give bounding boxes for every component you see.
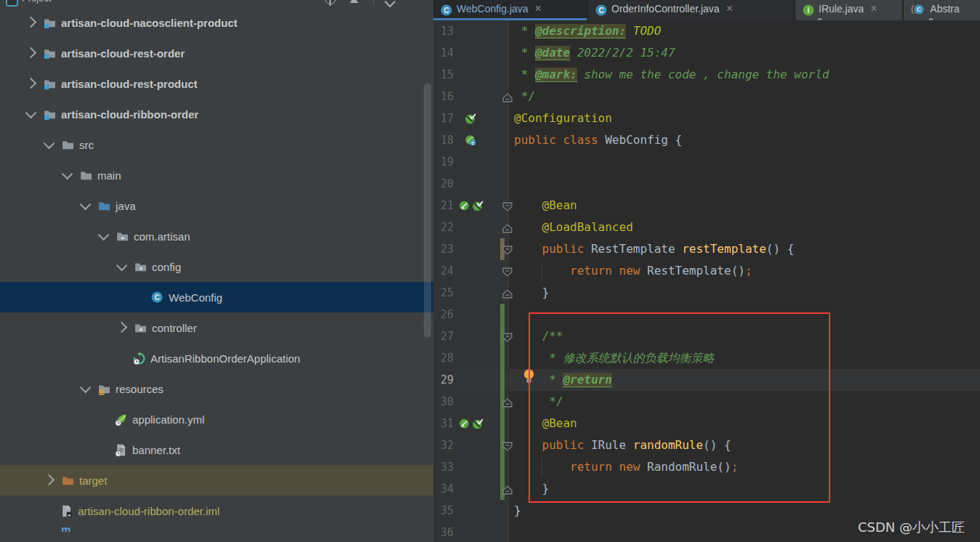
tab-abstra[interactable]: (CAbstra xyxy=(904,0,980,20)
spring-ok-icon[interactable] xyxy=(472,200,483,211)
code-token: @LoadBalanced xyxy=(542,220,633,234)
chevron-right-icon[interactable] xyxy=(116,321,128,333)
fold-marker-start[interactable] xyxy=(502,332,513,345)
hide-panel-icon[interactable] xyxy=(385,0,396,7)
code-token: @Configuration xyxy=(514,111,612,125)
tree-item-config[interactable]: config xyxy=(0,251,433,282)
tree-scrollbar[interactable] xyxy=(424,84,431,338)
line-number: 27 xyxy=(433,325,454,347)
svg-text:e: e xyxy=(471,140,474,145)
code-text: * @date 2022/2/2 15:47 xyxy=(514,42,675,64)
bean-arrow-icon[interactable] xyxy=(458,200,470,211)
chevron-right-icon[interactable] xyxy=(25,77,37,89)
vcs-added-strip xyxy=(500,456,505,478)
code-token: * xyxy=(514,68,535,81)
tab-webconfig-java[interactable]: CWebConfig.java× xyxy=(433,0,587,20)
tree-item-artisan-cloud-rest-product[interactable]: artisan-cloud-rest-product xyxy=(0,68,433,99)
spring-bean-icon[interactable]: e xyxy=(465,134,476,146)
toolbar-divider xyxy=(373,0,374,6)
code-line-13: 13 * @description: TODO xyxy=(433,20,980,42)
chevron-right-icon[interactable] xyxy=(25,16,37,28)
tree-item-java[interactable]: java xyxy=(0,190,433,221)
tree-item-item[interactable]: m xyxy=(0,526,433,532)
close-icon[interactable]: × xyxy=(535,3,542,15)
fold-marker-start[interactable] xyxy=(502,441,513,454)
tree-item-artisan-cloud-rest-order[interactable]: artisan-cloud-rest-order xyxy=(0,38,433,68)
class-icon: C xyxy=(151,291,164,304)
chevron-down-icon[interactable] xyxy=(80,198,92,210)
chevron-right-icon[interactable] xyxy=(44,474,55,485)
tab-orderinfocontroller-java[interactable]: COrderInfoController.java× xyxy=(588,0,794,20)
vcs-added-strip xyxy=(500,304,505,325)
close-icon[interactable]: × xyxy=(726,3,733,15)
tree-item-src[interactable]: src xyxy=(0,129,433,160)
tree-item-artisan-cloud-nacosclient-product[interactable]: artisan-cloud-nacosclient-product xyxy=(0,7,433,38)
chevron-spacer xyxy=(136,294,142,301)
chevron-down-icon[interactable] xyxy=(80,381,92,393)
code-token: RestTemplate xyxy=(591,242,682,256)
chevron-down-icon[interactable] xyxy=(44,137,55,149)
code-text: @Bean xyxy=(514,195,577,217)
code-line-14: 14 * @date 2022/2/2 15:47 xyxy=(433,42,980,64)
line-number: 32 xyxy=(433,434,454,456)
chevron-down-icon[interactable] xyxy=(25,107,37,118)
tree-item-target[interactable]: target xyxy=(0,465,433,496)
code-line-24: 24 return new RestTemplate(); xyxy=(433,260,980,282)
line-number: 13 xyxy=(433,20,454,42)
bean-arrow-icon[interactable] xyxy=(458,418,470,429)
chevron-down-icon[interactable] xyxy=(62,168,73,179)
tree-item-label: artisan-cloud-nacosclient-product xyxy=(61,17,238,29)
svg-text:C: C xyxy=(443,7,449,15)
chevron-down-icon[interactable] xyxy=(98,229,110,240)
code-text: * @description: TODO xyxy=(514,20,661,42)
iml-icon xyxy=(60,505,73,517)
chevron-right-icon[interactable] xyxy=(25,46,37,58)
chevron-down-icon[interactable] xyxy=(116,259,128,271)
tree-item-label: com.artisan xyxy=(134,230,190,243)
fold-marker-end[interactable] xyxy=(502,397,513,410)
fold-marker-end[interactable] xyxy=(502,288,513,302)
collapse-all-icon[interactable] xyxy=(350,0,358,3)
module-icon xyxy=(44,47,56,60)
fold-marker-end[interactable] xyxy=(502,92,513,105)
project-tool-icon[interactable] xyxy=(6,0,18,7)
tab-label: OrderInfoController.java xyxy=(611,3,720,15)
tree-item-application-yml[interactable]: application.yml xyxy=(0,404,433,434)
spring-ok-icon[interactable] xyxy=(465,113,476,124)
spring-ok-icon[interactable] xyxy=(472,418,483,429)
line-number: 17 xyxy=(433,108,454,129)
tree-item-com-artisan[interactable]: com.artisan xyxy=(0,221,433,251)
gutter-icons: e xyxy=(458,134,499,146)
fold-marker-start[interactable] xyxy=(502,201,513,214)
tree-item-artisan-cloud-ribbon-order-iml[interactable]: artisan-cloud-ribbon-order.iml xyxy=(0,496,433,526)
code-line-15: 15 * @mark: show me the code , change th… xyxy=(433,64,980,86)
vcs-added-strip xyxy=(500,347,505,369)
tree-item-main[interactable]: main xyxy=(0,160,433,190)
tab-irule-java[interactable]: IIRule.java× xyxy=(795,0,902,20)
module-icon xyxy=(44,17,56,29)
project-panel: Project artisan-cloud-nacosclient-produc… xyxy=(0,0,433,542)
fold-marker-start[interactable] xyxy=(502,245,513,258)
tree-item-artisanribbonorderapplication[interactable]: ArtisanRibbonOrderApplication xyxy=(0,343,433,373)
project-tree: artisan-cloud-nacosclient-productartisan… xyxy=(0,7,433,532)
locate-icon[interactable] xyxy=(325,0,336,4)
tree-item-controller[interactable]: controller xyxy=(0,312,433,343)
chevron-spacer xyxy=(100,416,106,423)
gutter-icons xyxy=(458,113,499,124)
fold-marker-end[interactable] xyxy=(502,485,513,498)
tree-item-label: artisan-cloud-ribbon-order.iml xyxy=(78,505,220,517)
close-icon[interactable]: × xyxy=(870,3,877,15)
tree-item-webconfig[interactable]: CWebConfig xyxy=(0,282,433,312)
txt-icon xyxy=(115,444,127,456)
tree-item-banner-txt[interactable]: banner.txt xyxy=(0,434,433,465)
tree-item-resources[interactable]: resources xyxy=(0,373,433,404)
tree-item-artisan-cloud-ribbon-order[interactable]: artisan-cloud-ribbon-order xyxy=(0,99,433,129)
line-number: 21 xyxy=(433,195,454,217)
line-number: 20 xyxy=(433,173,454,195)
fold-marker-end[interactable] xyxy=(502,223,513,236)
code-token: show me the code , change the world xyxy=(577,68,830,81)
fold-marker-start[interactable] xyxy=(502,267,513,280)
module-icon xyxy=(44,108,56,121)
tab-label: WebConfig.java xyxy=(457,3,529,15)
folder-orange-icon xyxy=(62,474,74,487)
